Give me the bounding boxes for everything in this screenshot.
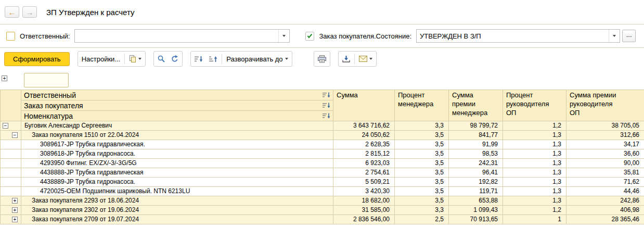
header-manager-percent[interactable]: Процент менеджера bbox=[395, 90, 449, 121]
row-value: 1,3 bbox=[503, 187, 566, 196]
row-value: 2 628,35 bbox=[333, 140, 395, 149]
chevron-down-icon bbox=[369, 58, 372, 60]
header-responsible[interactable]: Ответственный bbox=[21, 90, 333, 100]
copy-settings-icon bbox=[129, 55, 136, 62]
table-row[interactable]: −Заказ покупателя 1510 от 22.04.202424 0… bbox=[1, 131, 644, 140]
sort-icon[interactable] bbox=[323, 92, 330, 98]
expand-all-toggle[interactable]: + bbox=[2, 75, 7, 81]
search-button[interactable] bbox=[154, 53, 168, 65]
table-row[interactable]: +Заказ покупателя 2302 от 19.06.202431 5… bbox=[1, 206, 644, 215]
row-value: 3 643 716,62 bbox=[333, 121, 395, 131]
expand-toggle-icon[interactable]: + bbox=[12, 198, 18, 204]
tree-gutter-cell: − bbox=[1, 131, 21, 140]
sort-icon[interactable] bbox=[323, 113, 330, 119]
order-state-input[interactable] bbox=[417, 30, 609, 42]
tree-gutter-cell bbox=[1, 178, 21, 187]
table-row[interactable]: 3089618-JP Трубка гидронасоса.2 815,123,… bbox=[1, 149, 644, 159]
row-value: 242,86 bbox=[566, 196, 644, 206]
header-label: Номенклатура bbox=[24, 112, 73, 120]
chevron-down-icon bbox=[282, 35, 286, 37]
refresh-button[interactable] bbox=[168, 53, 182, 65]
row-label: Заказ покупателя 2302 от 19.06.2024 bbox=[21, 206, 333, 215]
save-button[interactable] bbox=[339, 53, 353, 65]
tree-gutter-cell bbox=[1, 168, 21, 178]
row-value: 1,3 bbox=[503, 159, 566, 168]
generate-button[interactable]: Сформировать bbox=[4, 52, 70, 66]
header-manager-bonus[interactable]: Сумма премии менеджера bbox=[449, 90, 503, 121]
row-value: 44,46 bbox=[566, 187, 644, 196]
header-head-percent[interactable]: Процент руководителя ОП bbox=[503, 90, 566, 121]
order-state-dropdown-button[interactable] bbox=[609, 30, 620, 42]
table-row[interactable]: 4438888-JP Трубка гидравлическая2 754,61… bbox=[1, 168, 644, 178]
print-icon bbox=[318, 55, 326, 63]
tree-gutter-cell: + bbox=[1, 206, 21, 215]
header-nomenclature[interactable]: Номенклатура bbox=[21, 111, 333, 121]
tree-gutter-cell bbox=[1, 159, 21, 168]
row-value: 3,5 bbox=[395, 168, 449, 178]
tree-gutter-cell bbox=[1, 149, 21, 159]
row-value: 1 099,43 bbox=[449, 206, 503, 215]
row-label: Буговик Александр Сергеевич bbox=[21, 121, 333, 131]
forward-arrow-icon: → bbox=[26, 8, 34, 17]
row-label: 3089617-JP Трубка гидравлическая. bbox=[21, 140, 333, 149]
row-value: 841,77 bbox=[449, 131, 503, 140]
header-head-bonus[interactable]: Сумма премии руководителя ОП bbox=[566, 90, 644, 121]
sort-icon[interactable] bbox=[323, 103, 330, 108]
row-value: 36,60 bbox=[566, 149, 644, 159]
order-state-more-button[interactable]: ... bbox=[622, 30, 636, 42]
row-label: Заказ покупателя 2709 от 19.07.2024 bbox=[21, 215, 333, 224]
row-value: 18 682,00 bbox=[333, 196, 395, 206]
collapse-toggle-icon[interactable]: − bbox=[3, 123, 8, 129]
print-button[interactable] bbox=[315, 53, 329, 65]
table-row[interactable]: 3089617-JP Трубка гидравлическая.2 628,3… bbox=[1, 140, 644, 149]
send-mail-button[interactable] bbox=[356, 53, 376, 65]
back-button[interactable]: ← bbox=[5, 6, 19, 18]
export-group bbox=[338, 51, 377, 67]
search-icon bbox=[158, 55, 165, 62]
row-value: 3,5 bbox=[395, 131, 449, 140]
divider bbox=[124, 54, 125, 64]
back-arrow-icon: ← bbox=[8, 8, 16, 17]
row-value: 3,3 bbox=[395, 121, 449, 131]
expand-toggle-icon[interactable]: + bbox=[12, 217, 18, 222]
row-value: 1 bbox=[503, 215, 566, 224]
row-value: 406,98 bbox=[566, 206, 644, 215]
responsible-checkbox[interactable] bbox=[6, 32, 15, 41]
settings-button[interactable]: Настройки... bbox=[79, 53, 124, 65]
table-row[interactable]: 4720025-OEM Подшипник шариковый. NTN 621… bbox=[1, 187, 644, 196]
row-value: 96,41 bbox=[449, 168, 503, 178]
sort-ascending-button[interactable] bbox=[206, 53, 221, 65]
tree-gutter-cell: − bbox=[1, 121, 21, 131]
table-row[interactable]: +Заказ покупателя 2709 от 19.07.20242 83… bbox=[1, 215, 644, 224]
table-row[interactable]: 4438889-JP Трубка гидронасоса.5 509,213,… bbox=[1, 178, 644, 187]
sort-descending-button[interactable] bbox=[191, 53, 206, 65]
responsible-dropdown-button[interactable] bbox=[278, 30, 289, 42]
responsible-combo bbox=[74, 29, 290, 43]
table-row[interactable]: −Буговик Александр Сергеевич3 643 716,62… bbox=[1, 121, 644, 131]
expand-to-button[interactable]: Разворачивать до bbox=[223, 53, 291, 65]
header-corner-cell bbox=[1, 90, 21, 121]
order-state-checkbox[interactable] bbox=[305, 32, 314, 41]
table-row[interactable]: +Заказ покупателя 2293 от 18.06.202418 6… bbox=[1, 196, 644, 206]
row-value: 3,5 bbox=[395, 196, 449, 206]
divider bbox=[222, 54, 222, 64]
row-value: 1,3 bbox=[503, 196, 566, 206]
settings-group: Настройки... bbox=[78, 51, 146, 67]
table-row[interactable]: 4293950 Фитинг. EX/ZX/-3/-3G/5G6 923,033… bbox=[1, 159, 644, 168]
settings-variants-button[interactable] bbox=[126, 53, 145, 65]
row-value: 98,53 bbox=[449, 149, 503, 159]
responsible-input[interactable] bbox=[75, 30, 278, 42]
row-value: 28 365,46 bbox=[566, 215, 644, 224]
row-label: 4438888-JP Трубка гидравлическая bbox=[21, 168, 333, 178]
collapse-toggle-icon[interactable]: − bbox=[12, 132, 18, 138]
save-icon bbox=[342, 55, 350, 62]
header-summa[interactable]: Сумма bbox=[333, 90, 395, 121]
report-body: −Буговик Александр Сергеевич3 643 716,62… bbox=[1, 121, 644, 224]
expand-toggle-icon[interactable]: + bbox=[12, 207, 18, 213]
row-value: 38 705,05 bbox=[566, 121, 644, 131]
row-value: 5 509,21 bbox=[333, 178, 395, 187]
row-value: 192,82 bbox=[449, 178, 503, 187]
row-value: 1,3 bbox=[503, 140, 566, 149]
header-order[interactable]: Заказ покупателя bbox=[21, 100, 333, 111]
forward-button[interactable]: → bbox=[22, 6, 37, 18]
